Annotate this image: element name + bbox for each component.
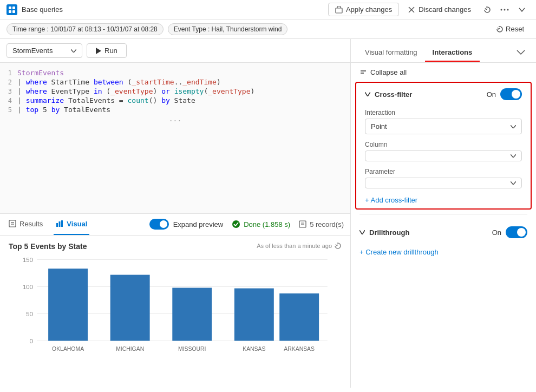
bar-missouri[interactable] <box>172 288 212 341</box>
left-panel: StormEvents Run 1 StormEvents 2 | where … <box>0 39 351 388</box>
divider <box>359 214 527 214</box>
chart-subtitle: As of less than a minute ago <box>257 242 342 250</box>
svg-text:ARKANSAS: ARKANSAS <box>284 346 315 352</box>
svg-rect-0 <box>9 6 11 9</box>
svg-rect-18 <box>299 221 306 227</box>
chevron-down-button[interactable] <box>514 2 530 17</box>
cross-filter-toggle-area: On <box>487 88 522 100</box>
status-done: Done (1.858 s) <box>232 220 290 228</box>
tabs-bar: Results Visual Expand preview Done (1.85… <box>0 214 350 236</box>
time-range-filter[interactable]: Time range : 10/01/07 at 08:13 - 10/31/0… <box>6 23 164 35</box>
records-count: 5 record(s) <box>299 220 344 228</box>
svg-point-17 <box>232 220 240 228</box>
bar-chart: 0 50 100 150 OKLAHOMA MICHIGAN MISSOURI … <box>9 254 342 388</box>
svg-text:100: 100 <box>23 283 33 290</box>
collapse-all-button[interactable]: Collapse all <box>359 68 407 76</box>
query-header: StormEvents Run <box>0 39 350 63</box>
app-icon <box>6 4 17 15</box>
svg-rect-11 <box>9 220 16 227</box>
collapse-all-section: Collapse all <box>351 63 536 82</box>
run-button[interactable]: Run <box>87 43 127 58</box>
refresh-button[interactable] <box>480 2 495 17</box>
code-line-5: 5 | top 5 by TotalEvents <box>0 105 350 114</box>
code-editor[interactable]: 1 StormEvents 2 | where StartTime betwee… <box>0 63 350 214</box>
tab-results[interactable]: Results <box>6 213 45 235</box>
cross-filter-header[interactable]: Cross-filter On <box>356 83 531 106</box>
column-field: Column <box>356 138 531 165</box>
cross-filter-toggle[interactable] <box>500 88 522 100</box>
drillthrough-toggle-area: On <box>492 226 527 238</box>
bar-kansas[interactable] <box>234 288 274 341</box>
drillthrough-header[interactable]: Drillthrough On <box>351 221 536 244</box>
cross-filter-section: Cross-filter On Interaction Point Colum <box>355 82 532 210</box>
main-layout: StormEvents Run 1 StormEvents 2 | where … <box>0 39 536 388</box>
svg-point-9 <box>507 9 509 10</box>
svg-rect-4 <box>336 8 342 13</box>
parameter-field: Parameter <box>356 165 531 192</box>
drillthrough-section: Drillthrough On + Create new drillthroug… <box>351 219 536 263</box>
svg-text:MICHIGAN: MICHIGAN <box>116 346 144 352</box>
code-line-3: 3 | where EventType in (_eventType) or i… <box>0 87 350 96</box>
svg-text:50: 50 <box>26 310 33 317</box>
svg-point-8 <box>504 9 506 10</box>
bar-michigan[interactable] <box>110 275 150 341</box>
reset-button[interactable]: Reset <box>491 23 530 35</box>
svg-text:OKLAHOMA: OKLAHOMA <box>52 346 84 352</box>
parameter-select[interactable] <box>365 178 522 188</box>
right-panel: Visual formatting Interactions Collapse … <box>351 39 536 388</box>
svg-rect-15 <box>59 221 61 227</box>
create-drillthrough-button[interactable]: + Create new drillthrough <box>351 244 447 260</box>
add-cross-filter-button[interactable]: + Add cross-filter <box>356 192 426 208</box>
svg-text:0: 0 <box>30 337 33 344</box>
column-select[interactable] <box>365 151 522 161</box>
top-bar-actions: Apply changes Discard changes <box>328 2 530 17</box>
interaction-field: Interaction Point <box>356 106 531 138</box>
tab-interactions[interactable]: Interactions <box>425 44 480 62</box>
expand-toggle-switch[interactable] <box>149 219 169 230</box>
svg-rect-1 <box>12 6 15 9</box>
dataset-selector[interactable]: StormEvents <box>6 43 82 58</box>
code-line-4: 4 | summarize TotalEvents = count() by S… <box>0 96 350 105</box>
svg-text:150: 150 <box>23 256 33 263</box>
svg-rect-2 <box>9 10 11 13</box>
tab-visual[interactable]: Visual <box>54 213 89 235</box>
code-line-1: 1 StormEvents <box>0 68 350 77</box>
chart-title: Top 5 Events by State <box>9 242 87 251</box>
drillthrough-toggle[interactable] <box>506 226 527 238</box>
discard-changes-button[interactable]: Discard changes <box>401 3 478 16</box>
bar-oklahoma[interactable] <box>48 269 88 341</box>
code-line-2: 2 | where StartTime between (_startTime.… <box>0 77 350 87</box>
app-title: Base queries <box>22 5 63 14</box>
code-ellipsis: ··· <box>0 114 350 127</box>
svg-text:MISSOURI: MISSOURI <box>178 346 206 352</box>
svg-text:KANSAS: KANSAS <box>243 346 265 352</box>
event-type-filter[interactable]: Event Type : Hail, Thunderstorm wind <box>168 23 288 35</box>
expand-panel-button[interactable] <box>512 43 530 62</box>
svg-rect-14 <box>56 223 58 227</box>
apply-changes-button[interactable]: Apply changes <box>328 3 399 16</box>
svg-point-7 <box>501 9 502 10</box>
interaction-select[interactable]: Point <box>365 119 522 134</box>
tab-visual-formatting[interactable]: Visual formatting <box>357 44 425 62</box>
svg-rect-3 <box>12 10 15 13</box>
expand-preview-toggle[interactable]: Expand preview <box>149 219 224 230</box>
svg-marker-10 <box>96 48 101 54</box>
filter-bar: Time range : 10/01/07 at 08:13 - 10/31/0… <box>0 19 536 39</box>
more-options-button[interactable] <box>497 2 512 17</box>
panel-tabs: Visual formatting Interactions <box>351 43 536 63</box>
chart-area: Top 5 Events by State As of less than a … <box>0 236 350 388</box>
bar-arkansas[interactable] <box>279 293 319 341</box>
app-branding: Base queries <box>6 4 63 15</box>
svg-rect-16 <box>61 220 63 227</box>
top-bar: Base queries Apply changes Discard chang… <box>0 0 536 19</box>
